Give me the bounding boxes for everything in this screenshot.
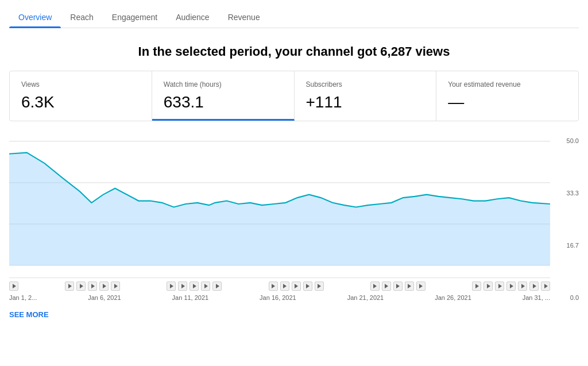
metric-watchtime[interactable]: Watch time (hours) 633.1 (152, 71, 295, 121)
video-marker[interactable] (189, 282, 199, 291)
page-title: In the selected period, your channel got… (9, 28, 579, 71)
video-marker[interactable] (76, 282, 86, 291)
chart-wrapper: 50.0 33.3 16.7 0.0 (9, 135, 579, 303)
y-label-17: 16.7 (567, 242, 579, 249)
x-label-0: Jan 1, 2... (9, 294, 37, 301)
tab-overview[interactable]: Overview (9, 7, 61, 28)
video-marker[interactable] (111, 282, 120, 291)
video-marker[interactable] (9, 282, 18, 291)
video-marker[interactable] (178, 282, 187, 291)
video-marker[interactable] (416, 282, 425, 291)
video-marker[interactable] (393, 282, 403, 291)
video-marker[interactable] (506, 282, 516, 291)
video-marker[interactable] (65, 282, 74, 291)
video-markers-row (9, 278, 550, 292)
video-marker[interactable] (472, 282, 481, 291)
metric-subscribers[interactable]: Subscribers +111 (295, 71, 437, 121)
video-marker[interactable] (405, 282, 414, 291)
x-label-4: Jan 21, 2021 (347, 294, 384, 301)
y-label-50: 50.0 (567, 137, 579, 144)
x-label-1: Jan 6, 2021 (88, 294, 121, 301)
tab-reach[interactable]: Reach (61, 7, 102, 28)
video-marker[interactable] (99, 282, 109, 291)
video-marker[interactable] (212, 282, 222, 291)
tabs-nav: Overview Reach Engagement Audience Reven… (9, 0, 579, 28)
metric-revenue-value: — (448, 93, 567, 111)
tab-revenue[interactable]: Revenue (219, 7, 269, 28)
y-label-0: 0.0 (570, 294, 579, 301)
video-marker[interactable] (541, 282, 550, 291)
video-marker[interactable] (382, 282, 391, 291)
tab-audience[interactable]: Audience (167, 7, 218, 28)
x-label-5: Jan 26, 2021 (435, 294, 471, 301)
video-marker[interactable] (495, 282, 504, 291)
metrics-row: Views 6.3K Watch time (hours) 633.1 Subs… (9, 71, 579, 121)
x-label-3: Jan 16, 2021 (260, 294, 296, 301)
tab-engagement[interactable]: Engagement (103, 7, 167, 28)
video-marker[interactable] (88, 282, 97, 291)
metric-watchtime-label: Watch time (hours) (164, 80, 283, 88)
video-marker[interactable] (201, 282, 210, 291)
video-marker[interactable] (167, 282, 176, 291)
video-marker[interactable] (315, 282, 324, 291)
metric-watchtime-value: 633.1 (164, 93, 283, 111)
y-label-33: 33.3 (567, 190, 579, 197)
metric-subscribers-value: +111 (306, 93, 425, 111)
x-axis-labels: Jan 1, 2... Jan 6, 2021 Jan 11, 2021 Jan… (9, 292, 550, 303)
metric-revenue[interactable]: Your estimated revenue — (436, 71, 578, 121)
metric-revenue-label: Your estimated revenue (448, 80, 567, 88)
video-marker[interactable] (483, 282, 493, 291)
metric-subscribers-label: Subscribers (306, 80, 425, 88)
video-marker[interactable] (518, 282, 527, 291)
y-axis-labels: 50.0 33.3 16.7 0.0 (552, 135, 579, 303)
video-marker[interactable] (280, 282, 289, 291)
video-marker[interactable] (269, 282, 278, 291)
see-more-link[interactable]: SEE MORE (9, 303, 49, 326)
metric-views-value: 6.3K (21, 93, 140, 111)
video-marker[interactable] (370, 282, 380, 291)
line-chart (9, 135, 550, 273)
metric-views-label: Views (21, 80, 140, 88)
x-label-6: Jan 31, ... (523, 294, 550, 301)
metric-views[interactable]: Views 6.3K (10, 71, 152, 121)
video-marker[interactable] (303, 282, 312, 291)
video-marker[interactable] (529, 282, 539, 291)
x-label-2: Jan 11, 2021 (172, 294, 209, 301)
video-marker[interactable] (292, 282, 301, 291)
